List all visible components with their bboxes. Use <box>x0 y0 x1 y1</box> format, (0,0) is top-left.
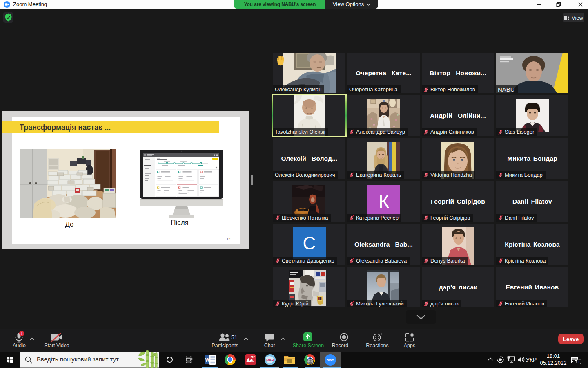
svg-text:W: W <box>205 357 211 363</box>
svg-text:МКР: МКР <box>266 358 274 362</box>
svg-text:PDF: PDF <box>251 356 255 358</box>
